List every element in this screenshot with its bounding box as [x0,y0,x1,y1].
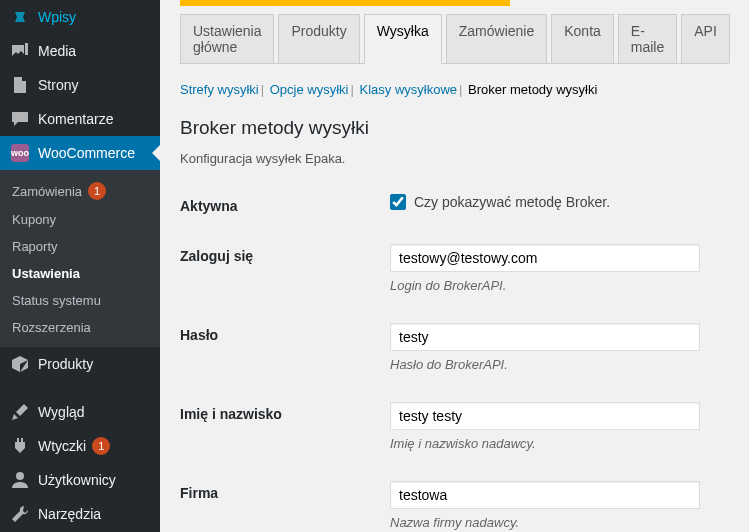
submenu-item-reports[interactable]: Raporty [0,233,160,260]
submenu-label: Rozszerzenia [12,320,91,335]
sidebar-item-plugins[interactable]: Wtyczki1 [0,429,160,463]
tab-general[interactable]: Ustawienia główne [180,14,274,63]
active-checkbox-wrap[interactable]: Czy pokazywać metodę Broker. [390,194,729,210]
sidebar-submenu: Zamówienia1 Kupony Raporty Ustawienia St… [0,170,160,347]
subnav-current: Broker metody wysyłki [468,82,597,97]
password-input[interactable] [390,323,700,351]
sidebar-item-label: Narzędzia [38,506,101,522]
brush-icon [10,402,30,422]
tab-accounts[interactable]: Konta [551,14,614,63]
media-icon [10,41,30,61]
login-input[interactable] [390,244,700,272]
wrench-icon [10,504,30,524]
submenu-label: Ustawienia [12,266,80,281]
badge: 1 [88,182,106,200]
tab-checkout[interactable]: Zamówienie [446,14,547,63]
page-description: Konfiguracja wysyłek Epaka. [180,151,729,166]
sidebar-item-posts[interactable]: Wpisy [0,0,160,34]
page-icon [10,75,30,95]
label-active: Aktywna [180,194,390,214]
settings-tabs: Ustawienia główne Produkty Wysyłka Zamów… [180,14,729,64]
active-checkbox[interactable] [390,194,406,210]
sidebar-item-label: Media [38,43,76,59]
tab-api[interactable]: API [681,14,730,63]
plugin-icon [10,436,30,456]
login-help: Login do BrokerAPI. [390,278,729,293]
tab-products[interactable]: Produkty [278,14,359,63]
woocommerce-icon: woo [10,143,30,163]
label-login: Zaloguj się [180,244,390,264]
sidebar-item-label: Wpisy [38,9,76,25]
submenu-item-orders[interactable]: Zamówienia1 [0,176,160,206]
label-password: Hasło [180,323,390,343]
submenu-label: Kupony [12,212,56,227]
sidebar-item-products[interactable]: Produkty [0,347,160,381]
password-help: Hasło do BrokerAPI. [390,357,729,372]
name-input[interactable] [390,402,700,430]
badge: 1 [92,437,110,455]
sidebar-item-label: Wtyczki [38,438,86,454]
submenu-item-settings[interactable]: Ustawienia [0,260,160,287]
page-heading: Broker metody wysyłki [180,117,729,139]
submenu-label: Zamówienia [12,184,82,199]
subnav-classes[interactable]: Klasy wysyłkowe [360,82,458,97]
products-icon [10,354,30,374]
submenu-item-status[interactable]: Status systemu [0,287,160,314]
sidebar-item-label: Komentarze [38,111,113,127]
sidebar-item-label: Strony [38,77,78,93]
sidebar-item-label: Użytkownicy [38,472,116,488]
sidebar-item-media[interactable]: Media [0,34,160,68]
label-company: Firma [180,481,390,501]
sidebar-item-tools[interactable]: Narzędzia [0,497,160,531]
label-name: Imię i nazwisko [180,402,390,422]
company-help: Nazwa firmy nadawcy. [390,515,729,530]
sidebar-item-appearance[interactable]: Wygląd [0,395,160,429]
pin-icon [10,7,30,27]
tab-shipping[interactable]: Wysyłka [364,14,442,64]
name-help: Imię i nazwisko nadawcy. [390,436,729,451]
submenu-item-extensions[interactable]: Rozszerzenia [0,314,160,341]
svg-point-0 [16,472,24,480]
subnav-options[interactable]: Opcje wysyłki [270,82,349,97]
sidebar-item-users[interactable]: Użytkownicy [0,463,160,497]
sidebar-item-label: Wygląd [38,404,85,420]
sidebar-item-label: Produkty [38,356,93,372]
submenu-label: Status systemu [12,293,101,308]
sidebar-item-pages[interactable]: Strony [0,68,160,102]
company-input[interactable] [390,481,700,509]
tab-emails[interactable]: E-maile [618,14,677,63]
subnav-zones[interactable]: Strefy wysyłki [180,82,259,97]
active-checkbox-label: Czy pokazywać metodę Broker. [414,194,610,210]
user-icon [10,470,30,490]
notice-bar [180,0,510,6]
submenu-label: Raporty [12,239,58,254]
main-content: Ustawienia główne Produkty Wysyłka Zamów… [160,0,749,532]
submenu-item-coupons[interactable]: Kupony [0,206,160,233]
comment-icon [10,109,30,129]
sub-navigation: Strefy wysyłki| Opcje wysyłki| Klasy wys… [180,82,729,97]
sidebar-item-comments[interactable]: Komentarze [0,102,160,136]
admin-sidebar: Wpisy Media Strony Komentarze wooWooComm… [0,0,160,532]
sidebar-item-label: WooCommerce [38,145,135,161]
sidebar-item-woocommerce[interactable]: wooWooCommerce [0,136,160,170]
